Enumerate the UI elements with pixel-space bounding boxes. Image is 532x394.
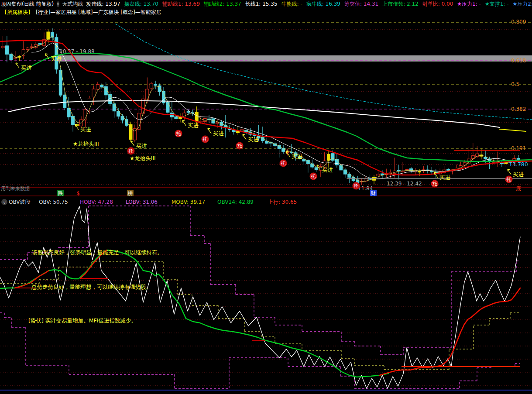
obv-annotation-1: 总势走势良好，量能理想，可以继续持有强势股。 <box>31 284 151 290</box>
candle-body <box>26 48 29 50</box>
obv-header-item-6: 上行: 30.65 <box>268 199 297 205</box>
separator-badge-3[interactable]: 财 <box>371 190 376 196</box>
obv-annotation-2: [蛰伏] 实计交易量增加。MFI促进指数减少。 <box>28 317 137 324</box>
dragon-head-label: ★龙抬头III <box>73 140 99 147</box>
candle-body <box>381 174 384 175</box>
separator-badge-2[interactable]: 榜 <box>128 190 133 196</box>
sector-prefix: 【所属板块】 <box>2 9 33 16</box>
candle-body <box>121 116 124 120</box>
buy-signal-label: 买进 <box>322 167 333 173</box>
sector-text[interactable]: [行业]—家居用品 [地域]—广东板块 [概念]—智能家居 <box>36 9 161 16</box>
indicator-value-8: 上市倍数: 2.12 <box>382 0 419 8</box>
buy-signal-label: 买进 <box>292 153 303 160</box>
obv-header-item-0: OBV波段 <box>9 199 31 205</box>
separator-badge-0[interactable]: 跌 <box>58 190 63 196</box>
indicator-value-3: 辅助线2: 13.37 <box>204 0 241 8</box>
fib-label: 0.382 <box>511 106 526 112</box>
tuo-badge-text: 托 <box>203 137 208 142</box>
candle-body <box>377 174 380 176</box>
indicator-value-7: 筹突值: 14.31 <box>344 0 378 8</box>
indicator-values: 攻击线: 13.97操盘线: 13.70辅助线1: 13.69辅助线2: 13.… <box>86 0 532 8</box>
candle-body <box>352 177 355 181</box>
buy-signal-label: 买进 <box>136 143 148 149</box>
trading-app-window: 顶固集创(日线 前复权) v 无式均线 攻击线: 13.97操盘线: 13.70… <box>0 0 532 394</box>
indicator-value-9: 封单比: 0.00 <box>422 0 453 8</box>
indicator-toolbar: 顶固集创(日线 前复权) v 无式均线 攻击线: 13.97操盘线: 13.70… <box>0 0 532 8</box>
indicator-value-12: ★压力2: - <box>513 0 532 8</box>
candle-body <box>88 98 91 110</box>
candle-body <box>484 158 487 159</box>
candle-body <box>327 154 330 160</box>
candle-body <box>175 116 178 119</box>
candle-body <box>1 46 4 48</box>
tuo-badge-text: 托 <box>432 181 437 187</box>
gap-label: 12.39 - 12.42 <box>387 181 422 187</box>
indicator-value-2: 辅助线1: 13.69 <box>162 0 200 8</box>
obv-indicator-panel[interactable]: vOBV波段OBV: 50.75HOBV: 47.28LOBV: 31.06MO… <box>0 196 532 394</box>
tuo-badge-text: 托 <box>128 148 134 154</box>
candle-body <box>397 170 400 171</box>
indicator-value-5: 牛熊线: - <box>281 0 302 8</box>
candle-body <box>150 83 153 88</box>
candle-body <box>14 58 17 58</box>
indicator-value-0: 攻击线: 13.97 <box>86 0 120 8</box>
tuo-badge-text: 托 <box>506 177 511 182</box>
indicator-value-10: ★压力1: - <box>457 0 481 8</box>
candle-body <box>10 54 13 59</box>
candle-body <box>335 159 338 165</box>
gap-label: 20.37 - 19.88 <box>59 48 95 55</box>
candle-body <box>92 89 95 97</box>
candle-body <box>166 102 169 112</box>
tuo-badge-text: 托 <box>176 131 181 137</box>
candle-body <box>154 84 157 85</box>
fib-label: 0.5 <box>511 81 519 87</box>
last-price-label: 13.780 <box>509 161 528 168</box>
main-candlestick-chart[interactable]: 0.8090.6180.50.3820.19120.37 - 19.8812.3… <box>0 17 532 196</box>
obv-annotation-0: 该股形态良好，强势明显，量能充足，可以继续持有。 <box>32 249 163 256</box>
dragon-head-label: ★龙抬头III <box>130 155 156 161</box>
candle-body <box>5 46 8 55</box>
candle-body <box>237 131 240 133</box>
tuo-badge-text: 托 <box>311 174 316 179</box>
future-data-note: 用到未来数据 <box>1 185 30 192</box>
candle-body <box>30 47 33 48</box>
buy-signal-label: 买进 <box>513 171 524 178</box>
candle-body <box>195 112 198 122</box>
obv-header-item-4: MOBV: 39.17 <box>172 199 205 205</box>
candle-body <box>232 130 235 132</box>
buy-signal-label: 买进 <box>439 174 451 181</box>
sector-bar: 【所属板块】 [行业]—家居用品 [地域]—广东板块 [概念]—智能家居 <box>0 8 532 17</box>
obv-header-item-1: OBV: 50.75 <box>39 199 68 205</box>
candle-body <box>343 170 347 174</box>
candle-body <box>331 154 334 161</box>
chevron-down-icon[interactable]: v <box>57 1 59 7</box>
obv-header-item-2: HOBV: 47.28 <box>80 199 113 205</box>
chevron-glyph: v <box>3 200 6 205</box>
candle-body <box>315 168 318 170</box>
buy-signal-label: 买进 <box>51 55 62 62</box>
stock-title: 顶固集创(日线 前复权) <box>1 0 54 8</box>
separator-badge-1[interactable]: $ <box>77 190 80 196</box>
candle-body <box>72 116 75 124</box>
tuo-badge-text: 托 <box>354 183 359 189</box>
indicator-value-6: 疯牛线: 16.39 <box>306 0 340 8</box>
fib-label: 0.618 <box>511 58 526 64</box>
candle-body <box>96 84 99 89</box>
candle-body <box>208 119 211 120</box>
candle-body <box>463 163 466 165</box>
candle-body <box>63 95 66 108</box>
bottom-signal-label: 底 <box>516 185 521 192</box>
buy-signal-label: 买进 <box>188 122 199 129</box>
indicator-value-1: 操盘线: 13.70 <box>124 0 158 8</box>
fib-label: 0.191 <box>511 145 526 151</box>
tuo-badge-text: 托 <box>237 143 242 149</box>
indicator-value-4: 长线1: 15.35 <box>245 0 278 8</box>
candle-body <box>447 169 450 171</box>
buy-signal-label: 买进 <box>21 65 32 71</box>
obv-header-item-3: LOBV: 31.06 <box>126 199 158 205</box>
candle-body <box>418 171 421 172</box>
candle-body <box>216 123 219 123</box>
buy-signal-label: 买进 <box>80 126 92 133</box>
ma-mode-label[interactable]: 无式均线 <box>62 0 83 8</box>
obv-bg <box>0 196 532 394</box>
